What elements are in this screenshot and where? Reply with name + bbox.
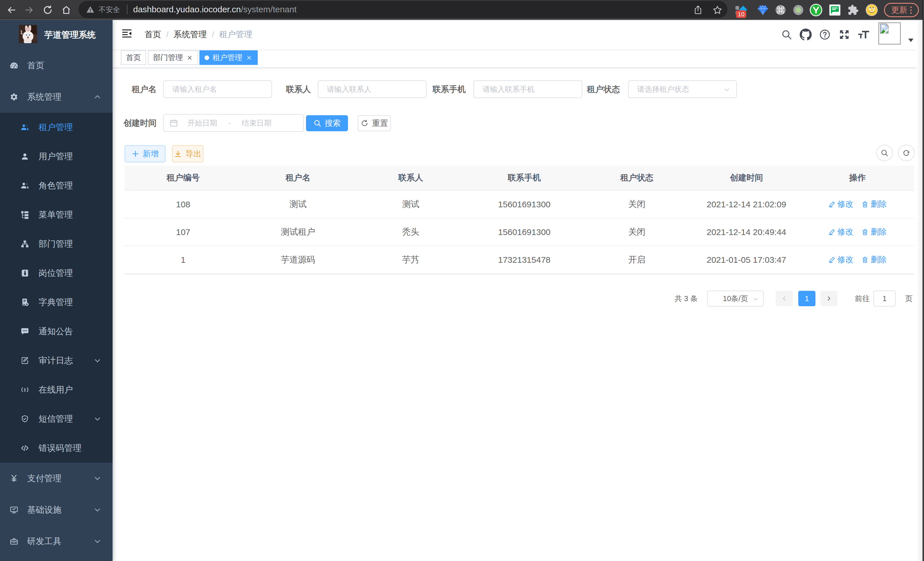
status-select[interactable]: 请选择租户状态 (628, 80, 737, 98)
sidebar-item-sms[interactable]: 短信管理 (0, 404, 112, 433)
sidebar-item-error-code[interactable]: 错误码管理 (0, 433, 112, 463)
forward-arrow-icon (24, 5, 34, 15)
end-date-placeholder[interactable]: 结束日期 (235, 118, 278, 128)
delete-link[interactable]: 删除 (861, 254, 886, 265)
reset-button[interactable]: 重置 (358, 115, 391, 131)
browser-reload-button[interactable] (40, 0, 55, 20)
header-fontsize-button[interactable] (855, 20, 872, 49)
sidebar-item-dept[interactable]: 部门管理 (0, 229, 112, 259)
header-help-button[interactable] (817, 20, 832, 49)
profile-avatar-button[interactable] (863, 0, 880, 20)
next-page-button[interactable] (820, 291, 837, 306)
extensions-menu-button[interactable] (844, 0, 862, 20)
col-created[interactable]: 创建时间 (692, 165, 801, 190)
caret-down-icon[interactable] (908, 39, 914, 42)
col-mobile[interactable]: 联系手机 (467, 165, 581, 190)
share-icon (693, 5, 703, 15)
filter-label-create-time: 创建时间 (123, 114, 157, 132)
sidebar-item-payment[interactable]: 支付管理 (0, 463, 112, 494)
contact-input[interactable]: 请输入联系人 (318, 80, 427, 98)
breadcrumb-system[interactable]: 系统管理 (174, 29, 207, 40)
share-button[interactable] (690, 0, 706, 20)
refresh-table-button[interactable] (898, 145, 915, 161)
address-bar[interactable]: 不安全 dashboard.yudao.iocoder.cn/system/te… (79, 1, 728, 18)
calendar-icon (170, 119, 178, 127)
col-contact[interactable]: 联系人 (354, 165, 467, 190)
sidebar-item-notice[interactable]: 通知公告 (0, 317, 112, 346)
header-search-button[interactable] (779, 20, 794, 49)
tag-dept[interactable]: 部门管理 (148, 50, 198, 65)
extension-record-button[interactable] (790, 0, 807, 20)
col-tenant-id[interactable]: 租户编号 (124, 165, 242, 190)
sidebar-item-dict[interactable]: 字典管理 (0, 288, 112, 317)
delete-link[interactable]: 删除 (861, 199, 886, 210)
search-icon (314, 119, 321, 127)
export-button[interactable]: 导出 (172, 145, 203, 162)
tree-table-icon (21, 211, 29, 219)
reload-icon (43, 5, 53, 15)
user-avatar[interactable] (878, 22, 901, 45)
tag-tenant[interactable]: 租户管理 (200, 50, 258, 65)
security-label[interactable]: 不安全 (99, 5, 120, 14)
close-icon[interactable] (246, 54, 253, 61)
command-icon (775, 4, 787, 16)
edit-link[interactable]: 修改 (828, 199, 854, 210)
update-label: 更新 (891, 5, 908, 15)
url-host[interactable]: dashboard.yudao.iocoder.cn (133, 5, 241, 14)
search-button[interactable]: 搜索 (306, 115, 348, 131)
edit-link[interactable]: 修改 (828, 226, 854, 237)
sidebar-item-user[interactable]: 用户管理 (0, 142, 112, 171)
sidebar-item-devtools[interactable]: 研发工具 (0, 526, 112, 557)
browser-forward-button[interactable] (22, 0, 37, 20)
sidebar: 芋道管理系统 首页 系统管理 (0, 20, 112, 561)
col-tenant-name[interactable]: 租户名 (242, 165, 354, 190)
col-status[interactable]: 租户状态 (581, 165, 692, 190)
sidebar-item-online-users[interactable]: 在线用户 (0, 375, 112, 404)
page-size-select[interactable]: 10条/页 (707, 290, 764, 307)
browser-back-button[interactable] (4, 0, 19, 20)
extension-v-button[interactable] (807, 0, 825, 20)
browser-update-button[interactable]: 更新 (884, 3, 919, 17)
sidebar-item-home[interactable]: 首页 (0, 50, 112, 81)
extension-gem-button[interactable] (754, 0, 771, 20)
tag-home[interactable]: 首页 (121, 50, 146, 65)
extension-command-button[interactable] (772, 0, 789, 20)
browser-home-button[interactable] (59, 0, 74, 20)
extension-pin-button[interactable]: 10 (732, 0, 750, 20)
sidebar-logo[interactable]: 芋道管理系统 (0, 20, 112, 50)
create-time-range-picker[interactable]: 开始日期 - 结束日期 (163, 114, 304, 132)
start-date-placeholder[interactable]: 开始日期 (181, 118, 224, 128)
header-fullscreen-button[interactable] (837, 20, 852, 49)
sidebar-toggle-button[interactable] (122, 26, 133, 41)
sidebar-menu: 首页 系统管理 租户管理 用户管理 (0, 50, 112, 557)
add-button[interactable]: 新增 (124, 145, 165, 162)
chevron-down-icon (94, 538, 101, 545)
edit-link[interactable]: 修改 (828, 254, 854, 265)
sidebar-item-role[interactable]: 角色管理 (0, 171, 112, 200)
delete-trash-icon (861, 229, 868, 236)
browser-menu-icon[interactable] (910, 7, 912, 14)
mobile-input[interactable]: 请输入联系手机 (473, 80, 582, 98)
extension-chat-button[interactable] (826, 0, 843, 20)
gem-icon (757, 4, 769, 16)
page-number-button[interactable]: 1 (798, 291, 815, 306)
header-github-button[interactable] (798, 20, 813, 49)
sidebar-item-menu-mgmt[interactable]: 菜单管理 (0, 200, 112, 229)
delete-link[interactable]: 删除 (861, 226, 886, 237)
sidebar-item-infra[interactable]: 基础设施 (0, 494, 112, 526)
prev-page-button[interactable] (776, 291, 793, 306)
tenant-name-input[interactable]: 请输入租户名 (163, 80, 272, 98)
breadcrumb-home[interactable]: 首页 (145, 29, 161, 40)
col-actions[interactable]: 操作 (801, 165, 914, 190)
bookmark-button[interactable] (710, 0, 725, 20)
sidebar-item-system[interactable]: 系统管理 (0, 81, 112, 113)
close-icon[interactable] (186, 54, 193, 61)
users-icon (21, 181, 29, 190)
refresh-icon (902, 149, 910, 157)
goto-page-input[interactable]: 1 (873, 290, 896, 307)
close-icon (187, 55, 193, 61)
sidebar-item-post[interactable]: 岗位管理 (0, 259, 112, 288)
sidebar-item-audit-log[interactable]: 审计日志 (0, 346, 112, 375)
show-search-toggle-button[interactable] (876, 145, 893, 161)
sidebar-item-tenant[interactable]: 租户管理 (0, 113, 112, 142)
